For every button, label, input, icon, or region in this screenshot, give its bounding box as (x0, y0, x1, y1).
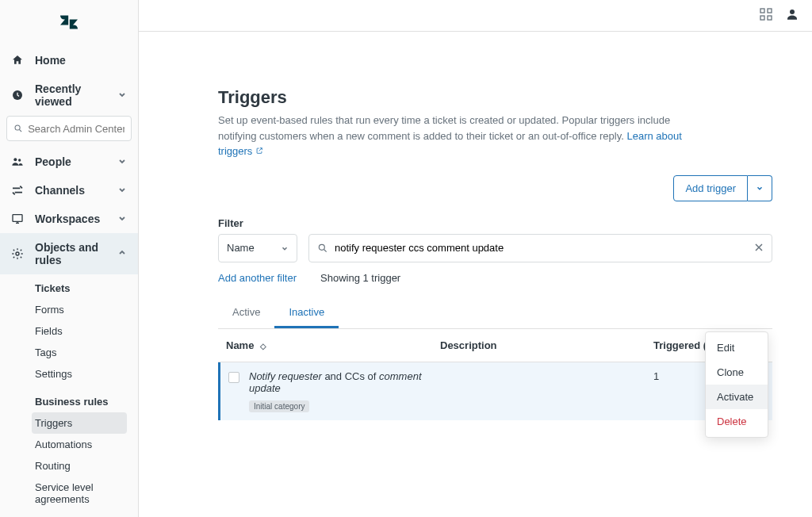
svg-rect-3 (768, 16, 772, 20)
sub-link-forms[interactable]: Forms (32, 299, 127, 320)
svg-point-7 (13, 158, 17, 161)
chevron-up-icon (117, 247, 127, 260)
filter-select-value: Name (227, 242, 255, 254)
chevron-down-icon (281, 244, 289, 252)
trigger-name: Notify requester and CCs of comment upda… (249, 370, 454, 394)
sidebar-section-rules: Business rules Triggers Automations Rout… (0, 388, 138, 517)
sub-header-tickets: Tickets (35, 282, 127, 294)
search-icon (317, 243, 328, 254)
nav-workspaces-label: Workspaces (35, 213, 100, 225)
tab-active[interactable]: Active (218, 298, 274, 328)
tabs: Active Inactive (218, 298, 772, 329)
menu-clone[interactable]: Clone (706, 360, 768, 385)
svg-point-14 (319, 244, 324, 250)
nav-recently-viewed[interactable]: Recently viewed (0, 75, 138, 116)
nav-channels-label: Channels (35, 184, 85, 197)
zendesk-logo (0, 6, 138, 38)
add-trigger-group: Add trigger (673, 175, 772, 201)
svg-rect-1 (768, 9, 772, 13)
search-admin-input[interactable] (6, 116, 132, 141)
trigger-row[interactable]: Notify requester and CCs of comment upda… (218, 362, 772, 420)
sub-link-sla[interactable]: Service level agreements (32, 477, 127, 510)
sub-link-fields[interactable]: Fields (32, 320, 127, 342)
nav-recent-label: Recently viewed (35, 82, 117, 108)
filter-field-select[interactable]: Name (218, 234, 297, 262)
sidebar-section-tickets: Tickets Forms Fields Tags Settings (0, 274, 138, 388)
nav-objects-label: Objects and rules (35, 241, 117, 266)
sort-icon: ◇ (260, 342, 266, 350)
page-title: Triggers (218, 87, 772, 108)
chevron-down-icon (117, 184, 127, 197)
apps-grid-icon[interactable] (760, 8, 772, 23)
svg-rect-2 (760, 16, 764, 20)
svg-rect-0 (760, 9, 764, 13)
menu-activate[interactable]: Activate (706, 385, 768, 409)
add-trigger-caret[interactable] (748, 175, 772, 201)
svg-point-4 (790, 10, 795, 14)
search-field[interactable] (28, 123, 124, 135)
sub-link-triggers[interactable]: Triggers (32, 412, 127, 434)
table-header: Name ◇ Description Triggered (7d) (218, 329, 772, 362)
sub-link-automations[interactable]: Automations (32, 434, 127, 455)
add-trigger-button[interactable]: Add trigger (673, 175, 748, 201)
tab-inactive[interactable]: Inactive (274, 298, 339, 328)
svg-rect-9 (13, 215, 22, 222)
nav-home-label: Home (35, 54, 66, 67)
nav-workspaces[interactable]: Workspaces (0, 205, 138, 233)
nav-channels[interactable]: Channels (0, 176, 138, 205)
col-name-text: Name (226, 339, 254, 351)
sidebar: Home Recently viewed People Channels Wor… (0, 0, 139, 517)
nav-people[interactable]: People (0, 147, 138, 176)
showing-count: Showing 1 trigger (320, 272, 400, 284)
page-desc-text: Set up event-based rules that run every … (218, 114, 670, 142)
page-description: Set up event-based rules that run every … (218, 113, 694, 159)
filter-input-wrap (308, 234, 772, 262)
sub-link-tags[interactable]: Tags (32, 342, 127, 363)
main-content: Triggers Set up event-based rules that r… (139, 32, 812, 517)
nav-people-label: People (35, 155, 71, 168)
svg-point-10 (16, 252, 19, 255)
filter-input[interactable] (335, 242, 748, 254)
sub-link-settings[interactable]: Settings (32, 363, 127, 385)
clear-filter-icon[interactable] (754, 242, 764, 255)
row-checkbox[interactable] (228, 372, 239, 383)
add-filter-link[interactable]: Add another filter (218, 272, 297, 284)
nav-home[interactable]: Home (0, 46, 138, 75)
nav-objects-rules[interactable]: Objects and rules (0, 233, 138, 274)
svg-point-8 (18, 159, 21, 161)
chevron-down-icon (117, 155, 127, 168)
sub-link-routing[interactable]: Routing (32, 455, 127, 477)
col-desc-header: Description (440, 339, 653, 351)
col-name-header[interactable]: Name ◇ (226, 339, 440, 351)
sub-link-schedules[interactable]: Schedules (32, 510, 127, 517)
filter-label: Filter (218, 217, 772, 229)
svg-point-6 (15, 125, 20, 130)
row-context-menu: Edit Clone Activate Delete (705, 331, 768, 438)
menu-delete[interactable]: Delete (706, 409, 768, 434)
sub-header-rules: Business rules (35, 396, 127, 408)
menu-edit[interactable]: Edit (706, 335, 768, 360)
trigger-category-tag: Initial category (249, 400, 309, 412)
chevron-down-icon (117, 89, 127, 101)
chevron-down-icon (117, 213, 127, 225)
user-icon[interactable] (785, 7, 799, 24)
